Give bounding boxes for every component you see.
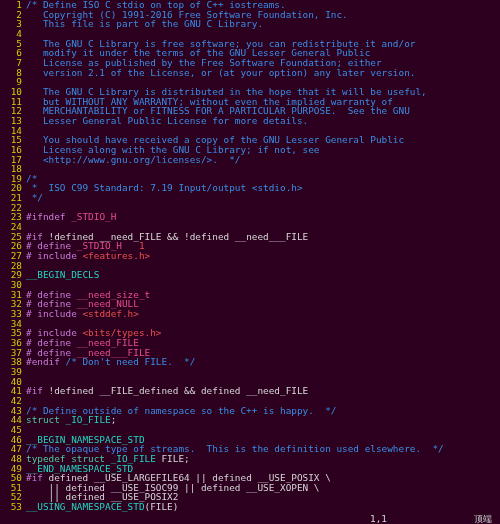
line-number-gutter: 1234567891011121314151617181920212223242… bbox=[0, 0, 26, 512]
line-number: 5 bbox=[0, 39, 26, 49]
code-line[interactable]: struct _IO_FILE; bbox=[26, 415, 500, 425]
line-number: 8 bbox=[0, 68, 26, 78]
code-line[interactable]: # include <stddef.h> bbox=[26, 309, 500, 319]
code-line[interactable] bbox=[26, 367, 500, 377]
code-line[interactable]: Lesser General Public License for more d… bbox=[26, 116, 500, 126]
code-line[interactable]: #ifndef _STDIO_H bbox=[26, 212, 500, 222]
code-line[interactable]: #if !defined __FILE_defined && defined _… bbox=[26, 386, 500, 396]
code-line[interactable] bbox=[26, 164, 500, 174]
code-area[interactable]: /* Define ISO C stdio on top of C++ iost… bbox=[26, 0, 500, 512]
code-line[interactable]: * ISO C99 Standard: 7.19 Input/output <s… bbox=[26, 183, 500, 193]
code-line[interactable]: This file is part of the GNU C Library. bbox=[26, 19, 500, 29]
code-line[interactable]: <http://www.gnu.org/licenses/>. */ bbox=[26, 155, 500, 165]
line-number: 3 bbox=[0, 19, 26, 29]
line-number: 1 bbox=[0, 0, 26, 10]
status-label: 顶端 bbox=[474, 514, 492, 524]
line-number: 2 bbox=[0, 10, 26, 20]
line-number: 7 bbox=[0, 58, 26, 68]
code-line[interactable]: version 2.1 of the License, or (at your … bbox=[26, 68, 500, 78]
line-number: 6 bbox=[0, 48, 26, 58]
cursor-position: 1,1 bbox=[370, 514, 387, 524]
line-number: 53 bbox=[0, 502, 26, 512]
line-number: 4 bbox=[0, 29, 26, 39]
status-bar: 1,1 顶端 bbox=[0, 514, 500, 524]
code-line[interactable]: __BEGIN_DECLS bbox=[26, 270, 500, 280]
code-editor[interactable]: 1234567891011121314151617181920212223242… bbox=[0, 0, 500, 524]
code-line[interactable]: # include <features.h> bbox=[26, 251, 500, 261]
code-line[interactable]: #endif /* Don't need FILE. */ bbox=[26, 357, 500, 367]
code-line[interactable]: __USING_NAMESPACE_STD(FILE) bbox=[26, 502, 500, 512]
code-line[interactable]: */ bbox=[26, 193, 500, 203]
